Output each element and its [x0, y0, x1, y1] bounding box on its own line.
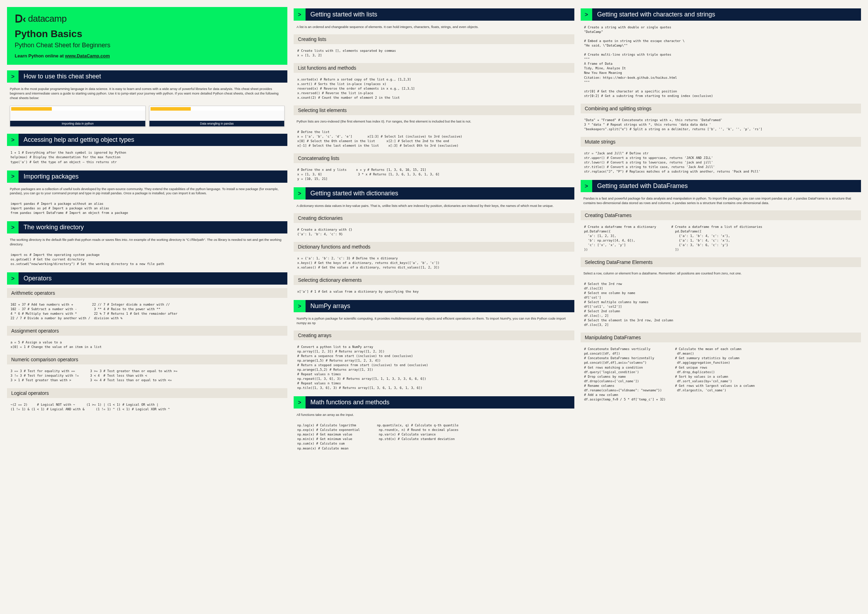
df-create-h: Creating DataFrames: [581, 210, 861, 220]
thumb-import-data[interactable]: Importing data in python: [10, 106, 146, 127]
arith-code: 102 + 37 # Add two numbers with + 22 // …: [7, 301, 287, 323]
section-dataframes: > Getting started with DataFrames: [581, 180, 861, 192]
dicts-create-h: Creating dictionaries: [294, 213, 574, 223]
chevron-icon: >: [581, 8, 592, 21]
df-manip-h: Manipulating DataFrames: [581, 333, 861, 343]
import-code: import pandas # Import a package without…: [7, 200, 287, 217]
section-operators: > Operators: [7, 272, 287, 285]
thumb-row: Importing data in python Data wrangling …: [7, 104, 287, 130]
lists-select-code: # Define the list x = ['a', 'b', 'c', 'd…: [294, 128, 574, 150]
df-desc: Pandas is a fast and powerful package fo…: [581, 195, 861, 207]
chevron-icon: >: [294, 8, 305, 21]
logic-subhead: Logical operators: [7, 388, 287, 398]
lists-select-h: Selecting list elements: [294, 105, 574, 115]
page-subtitle: Python Cheat Sheet for Beginners: [15, 42, 280, 49]
numcmp-subhead: Numeric comparison operators: [7, 355, 287, 364]
section-math: > Math functions and methods: [294, 396, 574, 409]
import-desc: Python packages are a collection of usef…: [7, 186, 287, 197]
help-code: 1 + 1 # Everything after the hash symbol…: [7, 149, 287, 166]
df-manip-code: # Concatenate DataFrames vertically # Ca…: [581, 345, 861, 404]
section-strings: > Getting started with characters and st…: [581, 8, 861, 21]
df-select-code: # Select the 3rd row df.iloc[3] # Select…: [581, 280, 861, 329]
numpy-desc: NumPy is a python package for scientific…: [294, 315, 574, 327]
learn-link[interactable]: www.DataCamp.com: [65, 53, 110, 59]
lists-create-h: Creating lists: [294, 34, 574, 44]
brand-text: datacamp: [28, 13, 67, 24]
chevron-icon: >: [294, 396, 305, 409]
dicts-select-code: x['a'] # 1 # Get a value from a dictiona…: [294, 288, 574, 296]
section-wd: > The working directory: [7, 221, 287, 234]
numpy-create-code: # Convert a python list to a NumPy array…: [294, 343, 574, 392]
chevron-icon: >: [7, 221, 19, 234]
chevron-icon: >: [7, 171, 19, 183]
lists-desc: A list is an ordered and changeable sequ…: [294, 23, 574, 31]
section-howto: > How to use this cheat sheet: [7, 70, 287, 83]
chevron-icon: >: [581, 180, 592, 192]
chevron-icon: >: [294, 187, 305, 200]
strings-combine-h: Combining and splitting strings: [581, 104, 861, 113]
lists-funcs-h: List functions and methods: [294, 63, 574, 73]
chevron-icon: >: [7, 70, 19, 83]
assign-code: a = 5 # Assign a value to a x[0] = 1 # C…: [7, 338, 287, 351]
dicts-funcs-h: Dictionary functions and methods: [294, 242, 574, 252]
header-block: Ⅾ‹ datacamp Python Basics Python Cheat S…: [7, 7, 287, 65]
strings-mutate-h: Mutate strings: [581, 137, 861, 147]
chevron-icon: >: [7, 134, 19, 146]
wd-desc: The working directory is the default fil…: [7, 236, 287, 248]
lists-funcs-code: x.sorted(x) # Return a sorted copy of th…: [294, 76, 574, 102]
strings-combine-code: "Data" + "Framed" # Concatenate strings …: [581, 116, 861, 133]
numpy-create-h: Creating arrays: [294, 330, 574, 340]
lists-create-code: # Create lists with [], elements separat…: [294, 47, 574, 59]
lists-select-desc: Python lists are zero-indexed (the first…: [294, 118, 574, 125]
strings-code1: # Create a string with double or single …: [581, 23, 861, 100]
numcmp-code: 3 == 3 # Test for equality with == 3 >= …: [7, 367, 287, 385]
logo-icon: Ⅾ‹: [15, 12, 26, 25]
dicts-create-code: # Create a dictionary with {} {'a': 1, '…: [294, 226, 574, 239]
section-numpy: > NumPy arrays: [294, 300, 574, 312]
section-dicts: > Getting started with dictionaries: [294, 187, 574, 200]
brand-logo: Ⅾ‹ datacamp: [15, 12, 280, 25]
chevron-icon: >: [7, 272, 19, 285]
df-select-desc: Select a row, column or element from a d…: [581, 270, 861, 277]
wd-code: import os # Import the operating system …: [7, 251, 287, 268]
math-desc: All functions take an array as the input…: [294, 411, 574, 419]
logic-code: ~(2 == 2) # Logical NOT with ~ (1 >= 1) …: [7, 401, 287, 413]
section-help: > Accessing help and getting object type…: [7, 134, 287, 146]
dicts-funcs-code: x = {'a': 1, 'b': 2, 'c': 3} # Define th…: [294, 254, 574, 271]
howto-desc: Python is the most popular programming l…: [7, 85, 287, 102]
learn-line: Learn Python online at www.DataCamp.com: [15, 53, 280, 59]
dicts-select-h: Selecting dictionary elements: [294, 275, 574, 285]
lists-concat-h: Concatenating lists: [294, 154, 574, 163]
math-code: np.log(x) # Calculate logarithm np.quant…: [294, 422, 574, 452]
section-import: > Importing packages: [7, 171, 287, 183]
section-lists: > Getting started with lists: [294, 8, 574, 21]
thumb-data-wrangling[interactable]: Data wrangling in pandas: [149, 106, 285, 127]
page-title: Python Basics: [15, 28, 280, 40]
df-create-code: # Create a dataframe from a dictionary #…: [581, 223, 861, 254]
assign-subhead: Assignment operators: [7, 326, 287, 336]
strings-mutate-code: str = "Jack and Jill" # Define str str.u…: [581, 149, 861, 176]
dicts-desc: A dictionary stores data values in key-v…: [294, 202, 574, 210]
df-select-h: Selecting DataFrame Elements: [581, 257, 861, 267]
lists-concat-code: # Define the x and y lists x + y # Retur…: [294, 166, 574, 183]
chevron-icon: >: [294, 300, 305, 312]
arith-subhead: Arithmetic operators: [7, 288, 287, 298]
